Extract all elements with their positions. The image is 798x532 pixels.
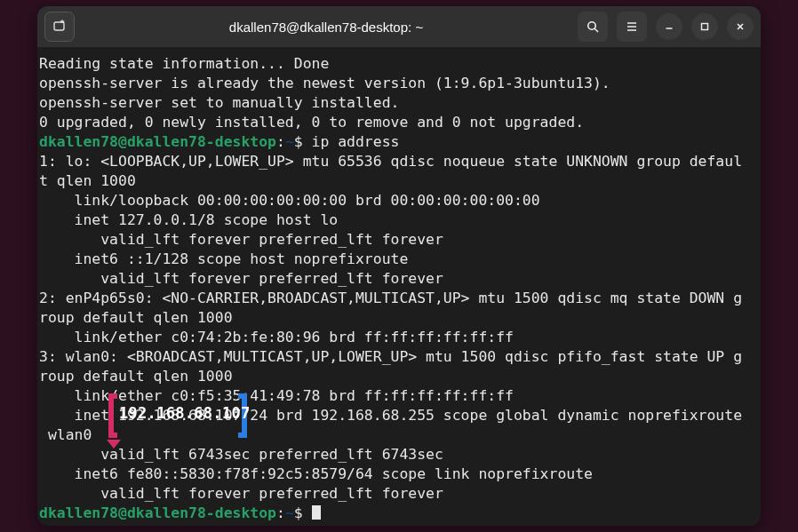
window-title: dkallen78@dkallen78-desktop: ~ xyxy=(82,20,571,35)
close-icon xyxy=(735,21,746,32)
minimize-button[interactable] xyxy=(656,13,682,40)
prompt-dollar: $ xyxy=(294,133,312,150)
menu-button[interactable] xyxy=(617,12,647,42)
maximize-icon xyxy=(699,21,710,32)
prompt-colon: : xyxy=(276,133,285,150)
prompt-user: dkallen78@dkallen78-desktop xyxy=(39,504,276,521)
search-icon xyxy=(586,20,600,34)
term-line: roup default qlen 1000 xyxy=(39,309,233,326)
term-line: 2: enP4p65s0: <NO-CARRIER,BROADCAST,MULT… xyxy=(39,290,742,306)
prompt-colon: : xyxy=(276,504,285,521)
term-line: inet 127.0.0.1/8 scope host lo xyxy=(39,211,338,228)
minimize-icon xyxy=(664,21,674,32)
term-line: wlan0 xyxy=(39,426,92,443)
term-line: valid_lft 6743sec preferred_lft 6743sec xyxy=(39,446,443,463)
term-line: valid_lft forever preferred_lft forever xyxy=(39,231,443,248)
term-line: inet6 ::1/128 scope host noprefixroute xyxy=(39,250,408,267)
term-line: openssh-server is already the newest ver… xyxy=(39,75,610,91)
term-line: 1: lo: <LOOPBACK,UP,LOWER_UP> mtu 65536 … xyxy=(39,153,742,170)
titlebar: dkallen78@dkallen78-desktop: ~ xyxy=(37,6,761,47)
titlebar-right-group xyxy=(578,12,754,42)
svg-rect-0 xyxy=(54,22,64,30)
term-line: inet6 fe80::5830:f78f:92c5:8579/64 scope… xyxy=(39,465,593,482)
terminal-window: dkallen78@dkallen78-desktop: ~ Reading s… xyxy=(37,6,761,526)
cursor xyxy=(312,505,321,520)
term-line: inet 192.168.68.107/24 brd 192.168.68.25… xyxy=(39,407,742,424)
prompt-path: ~ xyxy=(285,504,294,521)
prompt-path: ~ xyxy=(285,133,294,150)
close-button[interactable] xyxy=(727,13,754,40)
term-line: valid_lft forever preferred_lft forever xyxy=(39,270,443,287)
command-text: ip address xyxy=(312,133,400,150)
term-line: roup default qlen 1000 xyxy=(39,368,233,385)
term-line: t qlen 1000 xyxy=(39,172,136,189)
svg-line-4 xyxy=(595,28,598,32)
new-tab-icon xyxy=(52,20,67,34)
terminal-content[interactable]: Reading state information... Done openss… xyxy=(37,47,761,525)
term-line: 0 upgraded, 0 newly installed, 0 to remo… xyxy=(39,114,584,131)
search-button[interactable] xyxy=(578,12,608,42)
term-line: link/ether c0:74:2b:fe:80:96 brd ff:ff:f… xyxy=(39,329,514,345)
svg-point-3 xyxy=(588,22,595,29)
term-line: 3: wlan0: <BROADCAST,MULTICAST,UP,LOWER_… xyxy=(39,348,742,365)
new-tab-button[interactable] xyxy=(44,12,75,42)
svg-rect-9 xyxy=(702,24,708,30)
term-line: link/loopback 00:00:00:00:00:00 brd 00:0… xyxy=(39,192,540,209)
term-line: valid_lft forever preferred_lft forever xyxy=(39,485,443,502)
term-line: openssh-server set to manually installed… xyxy=(39,94,399,111)
prompt-dollar: $ xyxy=(294,504,312,521)
hamburger-icon xyxy=(625,20,639,34)
prompt-user: dkallen78@dkallen78-desktop xyxy=(39,133,276,150)
term-line: link/ether c0:f5:35:41:49:78 brd ff:ff:f… xyxy=(39,387,514,404)
maximize-button[interactable] xyxy=(691,13,718,40)
term-line: Reading state information... Done xyxy=(39,55,329,72)
